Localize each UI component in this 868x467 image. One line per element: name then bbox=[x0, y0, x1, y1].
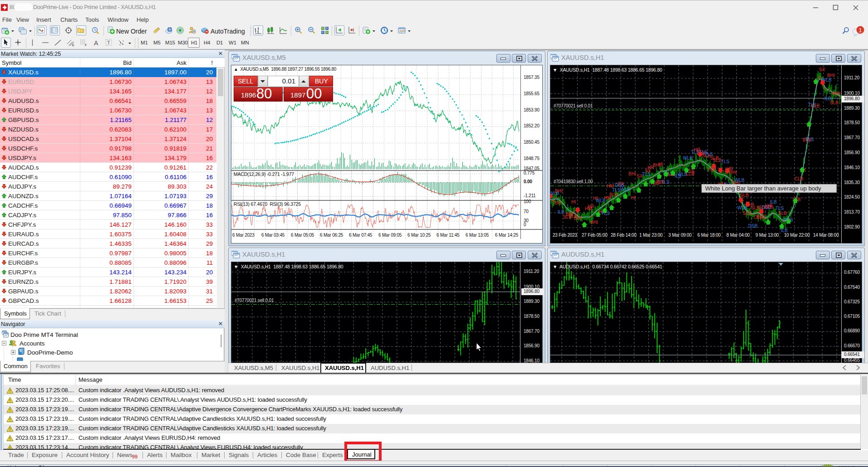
svg-text:BHI: BHI bbox=[833, 91, 840, 96]
svg-text:BHI: BHI bbox=[555, 189, 563, 194]
svg-text:SX: SX bbox=[618, 181, 624, 186]
svg-text:BHI: BHI bbox=[590, 220, 598, 225]
svg-text:WLB: WLB bbox=[735, 178, 745, 183]
svg-text:BHI: BHI bbox=[574, 216, 582, 221]
svg-text:CLB: CLB bbox=[811, 103, 820, 108]
svg-text:SX: SX bbox=[819, 67, 825, 72]
svg-text:SLB: SLB bbox=[743, 211, 751, 216]
svg-text:CLB: CLB bbox=[794, 176, 804, 181]
svg-text:BLB: BLB bbox=[609, 192, 618, 197]
svg-text:TBB: TBB bbox=[552, 200, 561, 205]
svg-text:BHI: BHI bbox=[827, 73, 835, 78]
svg-text:HI: HI bbox=[571, 199, 576, 204]
svg-text:WLB: WLB bbox=[620, 187, 630, 192]
svg-text:HI: HI bbox=[631, 195, 636, 200]
svg-text:SLB: SLB bbox=[751, 205, 760, 210]
svg-text:BLB: BLB bbox=[756, 214, 765, 219]
svg-text:DSB: DSB bbox=[748, 224, 758, 229]
svg-text:TBB: TBB bbox=[707, 167, 716, 172]
svg-text:BHI: BHI bbox=[729, 170, 737, 175]
svg-text:1: 1 bbox=[858, 27, 862, 34]
svg-text:HR: HR bbox=[588, 204, 594, 209]
svg-text:F: F bbox=[85, 44, 87, 47]
svg-text:SLB: SLB bbox=[830, 100, 839, 105]
svg-text:SS: SS bbox=[688, 169, 695, 174]
svg-text:SLB: SLB bbox=[713, 158, 721, 163]
svg-text:BHI: BHI bbox=[628, 171, 636, 176]
svg-text:WLB: WLB bbox=[683, 156, 693, 161]
svg-text:T: T bbox=[107, 40, 110, 45]
svg-text:E: E bbox=[72, 44, 74, 47]
svg-text:TLS: TLS bbox=[775, 206, 784, 211]
svg-text:TLS: TLS bbox=[612, 188, 621, 193]
svg-text:ILB: ILB bbox=[558, 209, 564, 214]
svg-text:HI: HI bbox=[658, 162, 663, 167]
svg-text:TLS: TLS bbox=[805, 137, 814, 142]
svg-text:ILB: ILB bbox=[770, 199, 777, 204]
svg-text:SLB: SLB bbox=[740, 193, 749, 198]
svg-text:SLB: SLB bbox=[778, 211, 787, 216]
svg-text:TLS: TLS bbox=[661, 180, 670, 185]
svg-text:TLS: TLS bbox=[721, 159, 730, 164]
